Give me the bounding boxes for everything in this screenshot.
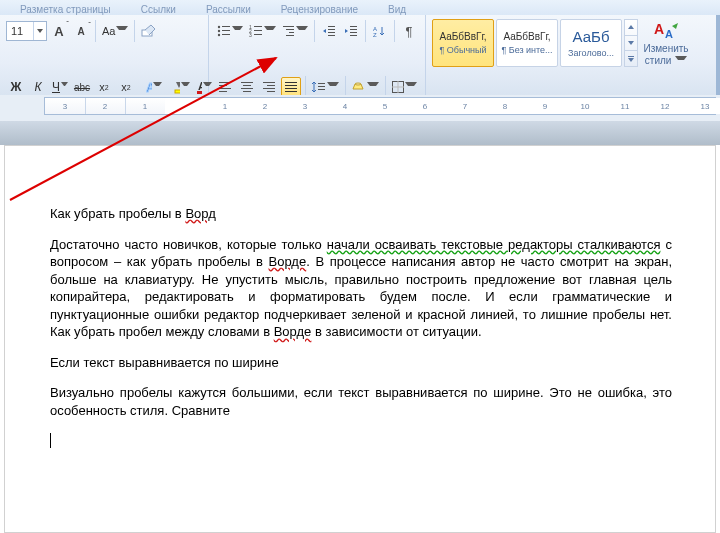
svg-rect-38 [243, 91, 251, 92]
sort-icon: AZ [373, 25, 387, 37]
page-margin-gap [0, 121, 720, 145]
show-marks-button[interactable]: ¶ [399, 20, 419, 42]
svg-rect-27 [350, 32, 357, 33]
svg-rect-24 [328, 35, 335, 36]
eraser-icon [141, 24, 157, 38]
svg-rect-42 [267, 91, 275, 92]
tab-layout[interactable]: Разметка страницы [20, 4, 111, 15]
align-left-button[interactable] [215, 77, 235, 97]
doc-para-1: Достаточно часто новичков, которые тольк… [50, 236, 672, 341]
svg-text:Z: Z [373, 32, 377, 37]
svg-rect-33 [219, 88, 231, 89]
ruler-tick: 13 [685, 98, 720, 114]
doc-cursor-line [50, 432, 672, 450]
svg-rect-44 [285, 85, 297, 86]
indent-button[interactable] [341, 20, 361, 42]
svg-rect-18 [286, 29, 294, 30]
change-styles-icon: A A [652, 20, 680, 42]
font-size-dropdown-icon[interactable] [33, 22, 46, 40]
outdent-icon [322, 25, 336, 37]
style-scroll-down[interactable] [625, 36, 637, 52]
bucket-icon [352, 81, 366, 93]
svg-text:A: A [654, 21, 664, 37]
bullets-button[interactable] [215, 20, 245, 42]
numbering-button[interactable]: 123 [247, 20, 277, 42]
svg-rect-23 [328, 32, 335, 33]
font-color-icon: A [196, 80, 202, 94]
style-gallery-scroll[interactable] [624, 19, 638, 67]
text-effects-icon: A [146, 80, 152, 94]
svg-rect-37 [241, 88, 253, 89]
ruler-tick: 9 [525, 98, 566, 114]
style-nospacing[interactable]: АаБбВвГг, ¶ Без инте... [496, 19, 558, 67]
align-center-button[interactable] [237, 77, 257, 97]
svg-rect-47 [318, 83, 325, 84]
document-body[interactable]: Как убрать пробелы в Ворд Достаточно час… [4, 145, 716, 450]
svg-rect-8 [222, 30, 230, 31]
style-normal[interactable]: АаБбВвГг, ¶ Обычный [432, 19, 494, 67]
tab-review[interactable]: Рецензирование [281, 4, 358, 15]
tab-view[interactable]: Вид [388, 4, 406, 15]
svg-rect-32 [219, 85, 227, 86]
ruler-tick: 10 [565, 98, 606, 114]
sort-button[interactable]: AZ [370, 20, 390, 42]
ruler-tick: 2 [85, 98, 126, 114]
svg-rect-36 [243, 85, 251, 86]
svg-rect-4 [197, 91, 202, 94]
ruler-tick: 1 [205, 98, 246, 114]
tab-mail[interactable]: Рассылки [206, 4, 251, 15]
svg-rect-49 [318, 89, 325, 90]
style-heading1[interactable]: АаБб Заголово... [560, 19, 622, 67]
text-cursor [50, 433, 51, 448]
svg-point-7 [218, 30, 220, 32]
svg-rect-19 [289, 32, 294, 33]
style-gallery: АаБбВвГг, ¶ Обычный АаБбВвГг, ¶ Без инте… [432, 19, 638, 67]
align-left-icon [219, 81, 231, 93]
change-case-button[interactable]: Aa [100, 20, 130, 42]
svg-rect-2 [175, 90, 180, 93]
svg-rect-48 [318, 86, 325, 87]
style-scroll-more[interactable] [625, 51, 637, 66]
ruler-tick: 12 [645, 98, 686, 114]
ruler-tick [165, 98, 206, 114]
line-spacing-icon [312, 81, 326, 93]
document-page: Как убрать пробелы в Ворд Достаточно час… [4, 145, 716, 533]
outdent-button[interactable] [319, 20, 339, 42]
tab-links[interactable]: Ссылки [141, 4, 176, 15]
horizontal-ruler[interactable]: 3211234567891011121314151617 [44, 97, 716, 115]
ruler-tick: 3 [45, 98, 86, 114]
font-size-box[interactable]: 11 [6, 21, 47, 41]
ruler-area: 3211234567891011121314151617 [0, 95, 720, 121]
grow-font-button[interactable]: Aˆ [49, 20, 69, 42]
svg-text:A: A [146, 80, 152, 94]
doc-para-2: Если текст выравнивается по ширине [50, 354, 672, 372]
svg-point-9 [218, 34, 220, 36]
highlight-icon [174, 80, 180, 94]
svg-rect-20 [286, 35, 294, 36]
ruler-tick: 3 [285, 98, 326, 114]
clear-format-button[interactable] [139, 20, 159, 42]
svg-rect-31 [219, 82, 231, 83]
ruler-tick: 6 [405, 98, 446, 114]
svg-text:A: A [665, 28, 673, 40]
svg-rect-6 [222, 26, 230, 27]
svg-rect-25 [350, 26, 357, 27]
doc-para-3: Визуально пробелы кажутся большими, если… [50, 384, 672, 419]
font-size-value: 11 [7, 25, 33, 37]
align-right-button[interactable] [259, 77, 279, 97]
style-scroll-up[interactable] [625, 20, 637, 36]
ruler-tick: 7 [445, 98, 486, 114]
align-justify-button[interactable] [281, 77, 301, 97]
align-center-icon [241, 81, 253, 93]
svg-text:3: 3 [249, 32, 252, 37]
svg-rect-22 [328, 29, 335, 30]
multilevel-button[interactable] [280, 20, 310, 42]
shrink-font-button[interactable]: Aˇ [71, 20, 91, 42]
ruler-tick: 5 [365, 98, 406, 114]
ruler-tick: 11 [605, 98, 646, 114]
svg-rect-28 [350, 35, 357, 36]
ruler-tick: 8 [485, 98, 526, 114]
align-right-icon [263, 81, 275, 93]
change-styles-button[interactable]: A A Изменить стили [642, 19, 690, 67]
svg-rect-12 [254, 26, 262, 27]
